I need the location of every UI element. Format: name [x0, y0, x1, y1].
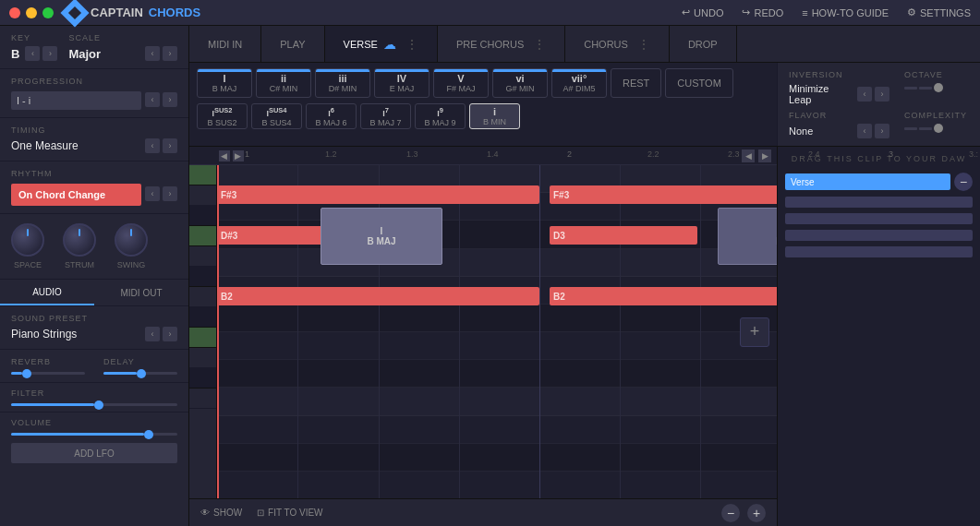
daw-clip-bar-2[interactable]	[785, 213, 973, 224]
rhythm-next-button[interactable]: ›	[163, 186, 177, 201]
chord-btn-6[interactable]: I6 B MAJ 6	[306, 103, 357, 129]
minimize-button[interactable]	[26, 7, 37, 18]
daw-clip-bar-4[interactable]	[785, 246, 973, 257]
seq-grid[interactable]: F#3 F#3 D#3 I B MAJ	[217, 165, 777, 498]
chord-btn-I[interactable]: I B MAJ	[197, 68, 252, 98]
chord-btn-7[interactable]: I7 B MAJ 7	[360, 103, 411, 129]
inversion-prev-button[interactable]: ‹	[857, 87, 872, 102]
grid-row-7	[217, 332, 777, 360]
chord-btn-ii[interactable]: ii C# MIN	[256, 68, 311, 98]
complexity-dash-2	[919, 127, 932, 130]
inversion-octave-row: INVERSION Minimize Leap ‹ › OCTAVE	[789, 70, 969, 105]
octave-dot[interactable]	[934, 83, 943, 92]
note-b2-1[interactable]: B2	[217, 287, 539, 305]
note-fs3-2[interactable]: F#3	[550, 185, 777, 204]
chord-bar-vii	[552, 69, 606, 72]
preset-prev-button[interactable]: ‹	[145, 327, 160, 341]
add-block-button[interactable]: +	[740, 317, 769, 347]
piano-key-white3	[189, 287, 216, 307]
seq-expand-left-button[interactable]: ◀	[219, 150, 230, 161]
key-value: B	[11, 47, 19, 61]
filter-thumb[interactable]	[94, 400, 103, 410]
inversion-next-button[interactable]: ›	[875, 87, 889, 102]
volume-thumb[interactable]	[144, 430, 153, 439]
flavor-next-button[interactable]: ›	[875, 124, 889, 138]
tab-play[interactable]: PLAY	[261, 26, 324, 62]
main-chord-row: I B MAJ ii C# MIN iii D# MIN	[189, 63, 777, 100]
chord-btn-sus2[interactable]: ISUS2 B SUS2	[197, 103, 248, 129]
undo-button[interactable]: ↩ UNDO	[682, 6, 723, 18]
seq-expand-right-button[interactable]: ▶	[233, 150, 244, 161]
space-knob[interactable]	[11, 223, 44, 257]
rhythm-prev-button[interactable]: ‹	[145, 186, 160, 201]
daw-clip-verse[interactable]: Verse	[785, 173, 950, 190]
close-button[interactable]	[9, 7, 20, 18]
rhythm-bar[interactable]: On Chord Change	[11, 184, 141, 206]
complexity-dot[interactable]	[934, 124, 943, 133]
key-next-button[interactable]: ›	[42, 46, 57, 61]
key-prev-button[interactable]: ‹	[25, 46, 40, 61]
note-bmaj[interactable]: I B MAJ	[321, 208, 442, 265]
scale-prev-button[interactable]: ‹	[145, 46, 160, 61]
preset-next-button[interactable]: ›	[163, 327, 177, 341]
progression-prev-button[interactable]: ‹	[145, 92, 160, 107]
tab-verse[interactable]: VERSE ☁ ⋮	[325, 26, 438, 62]
progression-bar[interactable]: I - i	[11, 91, 141, 110]
flavor-prev-button[interactable]: ‹	[857, 124, 872, 138]
chord-btn-iii[interactable]: iii D# MIN	[315, 68, 370, 98]
how-to-guide-button[interactable]: ≡ HOW-TO GUIDE	[802, 7, 889, 18]
note-ds3[interactable]: D#3	[217, 226, 323, 245]
zoom-out-button[interactable]: −	[721, 504, 740, 522]
tab-midi-in[interactable]: MIDI IN	[189, 26, 261, 62]
inversion-control: INVERSION Minimize Leap ‹ ›	[789, 70, 889, 105]
add-lfo-button[interactable]: ADD LFO	[11, 443, 177, 463]
daw-minus-button[interactable]: −	[954, 173, 973, 191]
note-b2-2[interactable]: B2	[550, 287, 777, 305]
verse-menu-icon[interactable]: ⋮	[405, 37, 418, 52]
note-fs3-1[interactable]: F#3	[217, 185, 539, 204]
settings-button[interactable]: ⚙ SETTINGS	[907, 6, 971, 18]
chord-name-i-min: B MIN	[483, 117, 506, 126]
fit-to-view-button[interactable]: ⊡ FIT TO VIEW	[257, 508, 322, 518]
piano-key-list	[189, 165, 216, 498]
timing-prev-button[interactable]: ‹	[145, 138, 160, 153]
scale-next-button[interactable]: ›	[163, 46, 177, 61]
chord-btn-vi[interactable]: vi G# MIN	[492, 68, 548, 98]
grid-row-6	[217, 305, 777, 332]
delay-thumb[interactable]	[137, 369, 146, 378]
tab-drop[interactable]: DROP	[670, 26, 737, 62]
note-b2-1-label: B2	[221, 292, 233, 302]
maximize-button[interactable]	[42, 7, 54, 18]
tab-midi-out[interactable]: MIDI OUT	[94, 280, 188, 305]
daw-clip-bar-3[interactable]	[785, 230, 973, 241]
swing-knob[interactable]	[115, 223, 148, 257]
chord-btn-vii[interactable]: vii° A# DIM5	[551, 68, 607, 98]
swing-knob-item: SWING	[115, 223, 148, 269]
volume-fill	[11, 433, 144, 436]
daw-clip-bar-1[interactable]	[785, 197, 973, 208]
seq-scroll-right-button[interactable]: ▶	[758, 149, 771, 162]
note-bmin[interactable]: i B MIN	[718, 208, 777, 265]
chord-btn-V[interactable]: V F# MAJ	[433, 68, 489, 98]
chord-btn-custom[interactable]: CUSTOM	[665, 68, 732, 98]
redo-button[interactable]: ↪ REDO	[742, 6, 783, 18]
show-button[interactable]: 👁 SHOW	[200, 508, 242, 518]
seq-scroll-left-button[interactable]: ◀	[742, 149, 755, 162]
timing-next-button[interactable]: ›	[163, 138, 177, 153]
strum-knob[interactable]	[63, 223, 96, 257]
chord-btn-9[interactable]: I9 B MAJ 9	[415, 103, 466, 129]
chorus-menu-icon[interactable]: ⋮	[637, 37, 650, 52]
progression-next-button[interactable]: ›	[163, 92, 177, 107]
reverb-thumb[interactable]	[22, 369, 31, 378]
zoom-in-button[interactable]: +	[747, 504, 766, 522]
pre-chorus-menu-icon[interactable]: ⋮	[533, 37, 546, 52]
chord-btn-sus4[interactable]: ISUS4 B SUS4	[251, 103, 302, 129]
daw-clip-verse-label: Verse	[791, 177, 815, 187]
tab-chorus[interactable]: CHORUS ⋮	[565, 26, 670, 62]
tab-audio[interactable]: AUDIO	[0, 280, 94, 305]
tab-pre-chorus[interactable]: PRE CHORUS ⋮	[438, 26, 565, 62]
note-d3[interactable]: D3	[550, 226, 697, 245]
chord-btn-IV[interactable]: IV E MAJ	[374, 68, 430, 98]
chord-btn-i-min[interactable]: i B MIN	[469, 103, 520, 129]
chord-btn-rest[interactable]: REST	[611, 68, 661, 98]
